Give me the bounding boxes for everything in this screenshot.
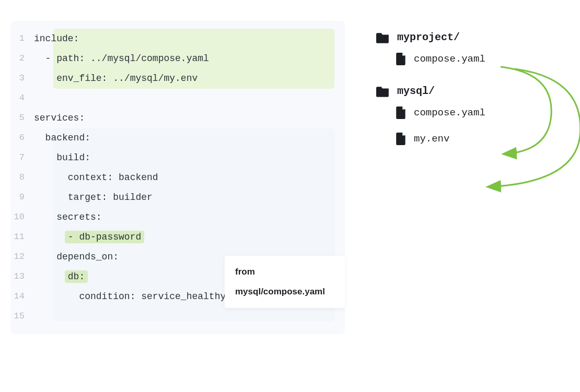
line-number: 7 xyxy=(10,148,34,168)
code-line: 4 xyxy=(10,88,345,108)
line-number: 12 xyxy=(10,247,34,267)
code-line: 15 xyxy=(10,306,345,326)
code-line: 9 target: builder xyxy=(10,187,345,207)
line-content: context: backend xyxy=(34,168,345,187)
line-number: 5 xyxy=(10,108,34,128)
line-number: 15 xyxy=(10,306,34,326)
line-content: - db-password xyxy=(34,227,345,247)
callout-text: from mysql/compose.yaml xyxy=(235,267,325,296)
callout-tooltip: from mysql/compose.yaml xyxy=(225,256,345,308)
file-icon xyxy=(396,106,407,119)
code-line: 11 - db-password xyxy=(10,227,345,247)
line-content: backend: xyxy=(34,128,345,148)
code-panel: 1include:2 - path: ../mysql/compose.yaml… xyxy=(10,21,345,334)
code-line: 5services: xyxy=(10,108,345,128)
tree-item-label: compose.yaml xyxy=(414,107,485,118)
folder-icon xyxy=(376,32,390,43)
line-content: include: xyxy=(34,29,345,49)
file-icon xyxy=(396,53,407,65)
tree-file: my.env xyxy=(396,133,554,145)
inline-highlight: - db-password xyxy=(65,231,144,243)
file-icon xyxy=(396,133,407,145)
inline-highlight: db: xyxy=(65,270,88,283)
line-content: - path: ../mysql/compose.yaml xyxy=(34,49,345,68)
tree-folder: myproject/ xyxy=(376,31,554,43)
folder-icon xyxy=(376,86,390,97)
line-number: 8 xyxy=(10,168,34,187)
tree-item-label: myproject/ xyxy=(397,31,460,43)
line-number: 3 xyxy=(10,68,34,88)
line-number: 1 xyxy=(10,29,34,49)
tree-file: compose.yaml xyxy=(396,106,554,119)
line-number: 14 xyxy=(10,287,34,306)
code-line: 1include: xyxy=(10,29,345,49)
line-number: 10 xyxy=(10,207,34,227)
tree-file: compose.yaml xyxy=(396,53,554,65)
line-content: build: xyxy=(34,148,345,168)
code-line: 3 env_file: ../mysql/my.env xyxy=(10,68,345,88)
line-content: secrets: xyxy=(34,207,345,227)
code-line: 10 secrets: xyxy=(10,207,345,227)
line-number: 11 xyxy=(10,227,34,247)
tree-folder: mysql/ xyxy=(376,85,554,97)
tree-item-label: mysql/ xyxy=(397,85,435,97)
tree-items: myproject/compose.yamlmysql/compose.yaml… xyxy=(376,31,554,145)
line-number: 13 xyxy=(10,267,34,287)
code-line: 6 backend: xyxy=(10,128,345,148)
file-tree: myproject/compose.yamlmysql/compose.yaml… xyxy=(376,21,554,334)
line-content: env_file: ../mysql/my.env xyxy=(34,68,345,88)
line-number: 9 xyxy=(10,187,34,207)
line-number: 6 xyxy=(10,128,34,148)
diagram-container: 1include:2 - path: ../mysql/compose.yaml… xyxy=(10,21,570,334)
line-number: 4 xyxy=(10,88,34,108)
code-line: 7 build: xyxy=(10,148,345,168)
code-line: 2 - path: ../mysql/compose.yaml xyxy=(10,49,345,68)
line-content: target: builder xyxy=(34,187,345,207)
tree-spacer xyxy=(376,79,554,85)
code-line: 8 context: backend xyxy=(10,168,345,187)
tree-item-label: compose.yaml xyxy=(414,53,485,65)
line-number: 2 xyxy=(10,49,34,68)
tree-item-label: my.env xyxy=(414,133,449,145)
line-content: services: xyxy=(34,108,345,128)
